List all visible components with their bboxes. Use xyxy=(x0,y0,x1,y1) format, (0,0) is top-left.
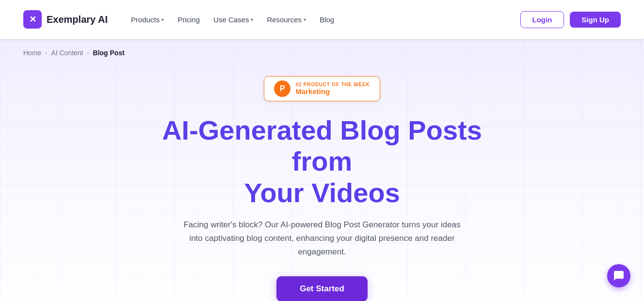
nav-pricing[interactable]: Pricing xyxy=(177,16,200,24)
get-started-button[interactable]: Get Started xyxy=(276,276,368,301)
hero-title: AI-Generated Blog Posts from Your Videos xyxy=(152,115,492,208)
brand-name: Exemplary AI xyxy=(47,14,108,25)
product-hunt-text: #2 PRODUCT OF THE WEEK Marketing xyxy=(295,82,370,95)
chat-widget-button[interactable] xyxy=(607,264,630,287)
signup-button[interactable]: Sign Up xyxy=(570,12,621,28)
nav-links: Products ▾ Pricing Use Cases ▾ Resources… xyxy=(131,16,505,24)
nav-actions: Login Sign Up xyxy=(520,11,621,28)
nav-use-cases[interactable]: Use Cases ▾ xyxy=(213,16,253,24)
breadcrumb-home[interactable]: Home xyxy=(23,49,41,57)
breadcrumb-ai-content[interactable]: AI Content xyxy=(51,49,83,57)
hero-section: P #2 PRODUCT OF THE WEEK Marketing AI-Ge… xyxy=(0,66,644,301)
breadcrumb-separator-2: › xyxy=(87,49,89,56)
breadcrumb: Home › AI Content › Blog Post xyxy=(0,39,644,66)
nav-resources[interactable]: Resources ▾ xyxy=(267,16,306,24)
nav-blog[interactable]: Blog xyxy=(320,16,334,24)
logo-icon: ✕ xyxy=(23,10,42,29)
main-content: Home › AI Content › Blog Post P #2 PRODU… xyxy=(0,39,644,301)
hero-subtitle: Facing writer's block? Our AI-powered Bl… xyxy=(177,218,467,259)
navbar: ✕ Exemplary AI Products ▾ Pricing Use Ca… xyxy=(0,0,644,39)
product-hunt-category: Marketing xyxy=(295,87,330,95)
chevron-down-icon: ▾ xyxy=(304,17,306,22)
chevron-down-icon: ▾ xyxy=(251,17,253,22)
chevron-down-icon: ▾ xyxy=(161,17,164,22)
product-hunt-badge[interactable]: P #2 PRODUCT OF THE WEEK Marketing xyxy=(264,76,380,101)
product-hunt-label: #2 PRODUCT OF THE WEEK xyxy=(295,82,370,87)
breadcrumb-separator-1: › xyxy=(45,49,47,56)
product-hunt-icon: P xyxy=(274,80,290,97)
nav-products[interactable]: Products ▾ xyxy=(131,16,164,24)
logo-link[interactable]: ✕ Exemplary AI xyxy=(23,10,108,29)
login-button[interactable]: Login xyxy=(520,11,564,28)
chat-icon xyxy=(613,270,625,282)
breadcrumb-current: Blog Post xyxy=(93,49,125,57)
